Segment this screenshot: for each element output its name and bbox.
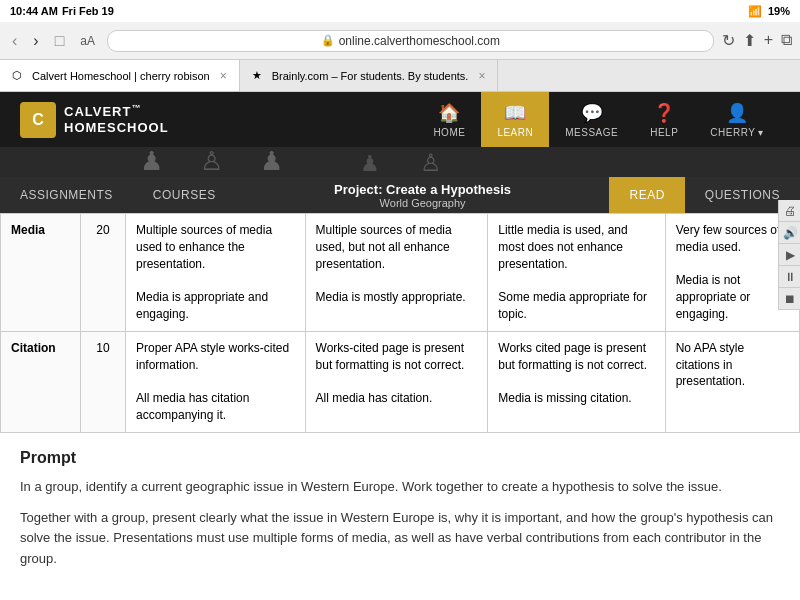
learn-icon: 📖 (504, 102, 526, 124)
reader-mode-button[interactable]: aA (76, 32, 99, 50)
status-bar: 10:44 AM Fri Feb 19 📶 19% (0, 0, 800, 22)
prompt-paragraph-1: In a group, identify a current geographi… (20, 477, 780, 498)
row-header-media: Media (1, 214, 81, 332)
calvert-favicon: ⬡ (12, 69, 26, 83)
nav-cherry[interactable]: 👤 CHERRY ▾ (694, 92, 780, 147)
prompt-title: Prompt (20, 449, 780, 467)
score-media: 20 (81, 214, 126, 332)
url-text: online.calverthomeschool.com (339, 34, 500, 48)
message-icon: 💬 (581, 102, 603, 124)
forward-button[interactable]: › (29, 30, 42, 52)
tab-brainly[interactable]: ★ Brainly.com – For students. By student… (240, 60, 499, 91)
status-day: Fri Feb 19 (62, 5, 114, 17)
print-button[interactable]: 🖨 (779, 200, 800, 222)
play-button[interactable]: ▶ (779, 244, 800, 266)
media-col-1: Multiple sources of media used to enhanc… (126, 214, 306, 332)
citation-col-1: Proper APA style works-cited information… (126, 331, 306, 432)
nav-help[interactable]: ❓ HELP (634, 92, 694, 147)
address-bar[interactable]: 🔒 online.calverthomeschool.com (107, 30, 714, 52)
logo-text: CALVERT™HOMESCHOOL (64, 103, 169, 136)
prompt-section: Prompt In a group, identify a current ge… (0, 433, 800, 596)
wifi-icon: 📶 (748, 5, 762, 18)
share-button[interactable]: ⬆ (743, 31, 756, 50)
citation-col-3: Works cited page is present but formatti… (488, 331, 665, 432)
tab-calvert-label: Calvert Homeschool | cherry robison (32, 70, 210, 82)
tab-calvert-close[interactable]: × (220, 69, 227, 83)
nav-learn[interactable]: 📖 LEARN (481, 92, 549, 147)
logo-area[interactable]: C CALVERT™HOMESCHOOL (20, 102, 169, 138)
battery-indicator: 19% (768, 5, 790, 17)
status-time: 10:44 AM (10, 5, 58, 17)
prompt-paragraph-2: Together with a group, present clearly w… (20, 508, 780, 570)
nav-message[interactable]: 💬 MESSAGE (549, 92, 634, 147)
main-nav: 🏠 HOME 📖 LEARN 💬 MESSAGE ❓ HELP 👤 CHERRY… (417, 92, 780, 147)
project-title-area: Project: Create a Hypothesis World Geogr… (314, 182, 531, 209)
audio-button[interactable]: 🔊 (779, 222, 800, 244)
tabs-overview-button[interactable]: ⧉ (781, 31, 792, 50)
browser-tabs: ⬡ Calvert Homeschool | cherry robison × … (0, 60, 800, 92)
sub-nav-right: READ QUESTIONS (609, 177, 800, 213)
pause-button[interactable]: ⏸ (779, 266, 800, 288)
user-icon: 👤 (726, 102, 748, 124)
row-header-citation: Citation (1, 331, 81, 432)
browser-chrome: ‹ › □ aA 🔒 online.calverthomeschool.com … (0, 22, 800, 60)
project-title: Project: Create a Hypothesis (334, 182, 511, 197)
stop-button[interactable]: ⏹ (779, 288, 800, 310)
home-icon: 🏠 (438, 102, 460, 124)
table-row: Media 20 Multiple sources of media used … (1, 214, 800, 332)
nav-home[interactable]: 🏠 HOME (417, 92, 481, 147)
lock-icon: 🔒 (321, 34, 335, 47)
citation-col-4: No APA style citations in presentation. (665, 331, 799, 432)
brainly-favicon: ★ (252, 69, 266, 83)
app-header: C CALVERT™HOMESCHOOL 🏠 HOME 📖 LEARN 💬 ME… (0, 92, 800, 147)
subnav-courses[interactable]: COURSES (133, 177, 236, 213)
media-col-2: Multiple sources of media used, but not … (305, 214, 488, 332)
subnav-assignments[interactable]: ASSIGNMENTS (0, 177, 133, 213)
subnav-read[interactable]: READ (609, 177, 684, 213)
logo-icon: C (20, 102, 56, 138)
project-subtitle: World Geography (334, 197, 511, 209)
tab-calvert[interactable]: ⬡ Calvert Homeschool | cherry robison × (0, 60, 240, 91)
rubric-table: Media 20 Multiple sources of media used … (0, 213, 800, 433)
chess-decoration: ♟ ♙ ♟ ♟ ♙ (0, 147, 800, 177)
media-col-3: Little media is used, and most does not … (488, 214, 665, 332)
help-icon: ❓ (653, 102, 675, 124)
sidebar-controls: 🖨 🔊 ▶ ⏸ ⏹ (778, 200, 800, 310)
bookmarks-button[interactable]: □ (51, 30, 69, 52)
citation-col-2: Works-cited page is present but formatti… (305, 331, 488, 432)
back-button[interactable]: ‹ (8, 30, 21, 52)
main-content: Media 20 Multiple sources of media used … (0, 213, 800, 600)
reload-button[interactable]: ↻ (722, 31, 735, 50)
tab-brainly-label: Brainly.com – For students. By students. (272, 70, 469, 82)
tab-brainly-close[interactable]: × (478, 69, 485, 83)
score-citation: 10 (81, 331, 126, 432)
new-tab-button[interactable]: + (764, 31, 773, 50)
table-row: Citation 10 Proper APA style works-cited… (1, 331, 800, 432)
sub-nav: ASSIGNMENTS COURSES Project: Create a Hy… (0, 177, 800, 213)
